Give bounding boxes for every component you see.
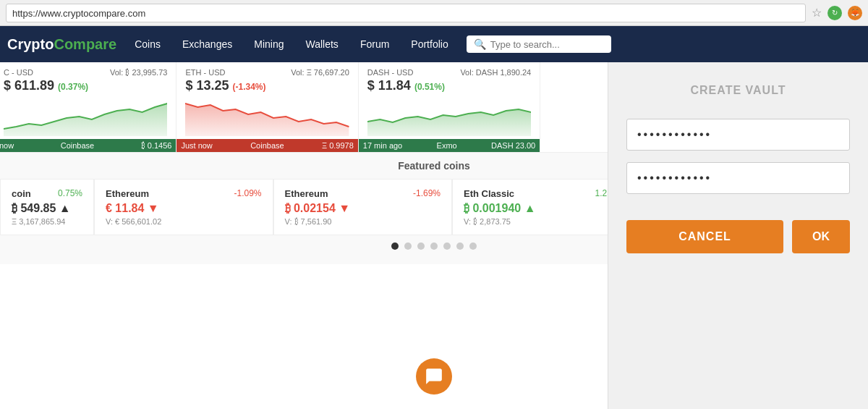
chat-bubble[interactable] (416, 358, 452, 395)
ticker-vol-eth: Vol: Ξ 76,697.20 (291, 68, 349, 77)
search-input[interactable] (490, 39, 604, 50)
chart-btc (4, 96, 167, 136)
browser-chrome: https://www.cryptocompare.com ☆ ↻ 🦊 (0, 0, 868, 26)
ticker-card-btc: C - USD Vol: ₿ 23,995.73 $ 611.89 (0.37%… (0, 62, 176, 152)
ticker-footer-dash: 17 min ago Exmo DASH 23.00 (359, 139, 540, 152)
ticker-footer-btc: now Coinbase ₿ 0.1456 (0, 139, 176, 152)
pagination-dot-3[interactable] (430, 243, 438, 250)
pagination-dot-2[interactable] (417, 243, 425, 250)
search-icon: 🔍 (474, 38, 486, 50)
pagination-dot-6[interactable] (469, 243, 477, 250)
ticker-pair-dash: DASH - USD (367, 68, 414, 77)
chart-dash (367, 96, 531, 136)
vault-confirm-input[interactable] (626, 162, 850, 194)
refresh-icon[interactable]: ↻ (827, 6, 842, 20)
nav-portfolio[interactable]: Portfolio (400, 26, 459, 62)
coin-name-3: Eth Classic (464, 188, 514, 199)
cancel-button[interactable]: CANCEL (626, 220, 783, 253)
ticker-card-dash: DASH - USD Vol: DASH 1,890.24 $ 11.84 (0… (359, 62, 540, 152)
coin-card-2: Ethereum -1.69% ₿ 0.02154 ▼ V: ₿ 7,561.9… (273, 179, 453, 235)
ticker-vol-dash: Vol: DASH 1,890.24 (460, 68, 531, 77)
nav-forum[interactable]: Forum (349, 26, 400, 62)
extension-icon[interactable]: 🦊 (848, 6, 862, 20)
coin-price-2: ₿ 0.02154 ▼ (285, 202, 441, 215)
vault-password-input[interactable] (626, 119, 850, 151)
ticker-pair-eth: ETH - USD (185, 68, 225, 77)
ticker-footer-eth: Just now Coinbase Ξ 0.9978 (176, 139, 357, 152)
coin-price-0: ₿ 549.85 ▲ (12, 202, 82, 215)
pagination-dot-4[interactable] (443, 243, 451, 250)
main-content: C - USD Vol: ₿ 23,995.73 $ 611.89 (0.37%… (0, 62, 868, 409)
logo-compare: Compare (54, 36, 116, 52)
ticker-header-eth: ETH - USD Vol: Ξ 76,697.20 (185, 68, 349, 77)
coin-volume-1: V: € 566,601.02 (106, 217, 262, 226)
logo[interactable]: CryptoCompare (7, 36, 116, 53)
vault-title: CREATE VAULT (626, 84, 850, 97)
coin-price-3: ₿ 0.001940 ▲ (464, 202, 620, 215)
ticker-price-btc: $ 611.89 (0.37%) (4, 78, 167, 93)
nav-wallets[interactable]: Wallets (294, 26, 349, 62)
pagination-dot-5[interactable] (456, 243, 464, 250)
coin-volume-2: V: ₿ 7,561.90 (285, 217, 441, 226)
ticker-vol-btc: Vol: ₿ 23,995.73 (110, 68, 167, 77)
ticker-pair-btc: C - USD (4, 68, 33, 77)
coin-volume-0: Ξ 3,167,865.94 (12, 217, 82, 226)
address-bar[interactable]: https://www.cryptocompare.com (6, 4, 806, 22)
vault-overlay: CREATE VAULT CANCEL OK (608, 62, 868, 409)
ticker-price-dash: $ 11.84 (0.51%) (367, 78, 531, 93)
coin-change-1: -1.09% (234, 188, 261, 199)
ticker-header-btc: C - USD Vol: ₿ 23,995.73 (4, 68, 167, 77)
ticker-header-dash: DASH - USD Vol: DASH 1,890.24 (367, 68, 531, 77)
nav-coins[interactable]: Coins (124, 26, 171, 62)
coin-change-2: -1.69% (413, 188, 441, 199)
coin-name-0: coin (12, 188, 31, 199)
nav-mining[interactable]: Mining (243, 26, 294, 62)
coin-card-1: Ethereum -1.09% € 11.84 ▼ V: € 566,601.0… (94, 179, 273, 235)
coin-price-1: € 11.84 ▼ (106, 202, 262, 215)
bookmark-icon[interactable]: ☆ (812, 6, 822, 20)
coin-name-2: Ethereum (285, 188, 328, 199)
coin-name-1: Ethereum (106, 188, 149, 199)
chart-eth (185, 96, 349, 136)
vault-buttons: CANCEL OK (626, 220, 850, 253)
coin-card-0: coin 0.75% ₿ 549.85 ▲ Ξ 3,167,865.94 (0, 179, 94, 235)
search-box[interactable]: 🔍 (467, 35, 611, 53)
ticker-card-eth: ETH - USD Vol: Ξ 76,697.20 $ 13.25 (-1.3… (176, 62, 358, 152)
coin-volume-3: V: ₿ 2,873.75 (464, 217, 620, 226)
ok-button[interactable]: OK (792, 220, 850, 253)
vault-modal: CREATE VAULT CANCEL OK (608, 62, 868, 275)
coin-card-3: Eth Classic 1.25% ₿ 0.001940 ▲ V: ₿ 2,87… (452, 179, 631, 235)
chat-icon (425, 367, 443, 386)
pagination-dot-1[interactable] (404, 243, 412, 250)
pagination-dot-0[interactable] (391, 243, 399, 250)
nav-exchanges[interactable]: Exchanges (171, 26, 243, 62)
ticker-price-eth: $ 13.25 (-1.34%) (185, 78, 349, 93)
logo-crypto: Crypto (7, 36, 54, 52)
navbar: CryptoCompare Coins Exchanges Mining Wal… (0, 26, 868, 62)
coin-change-0: 0.75% (58, 188, 82, 199)
